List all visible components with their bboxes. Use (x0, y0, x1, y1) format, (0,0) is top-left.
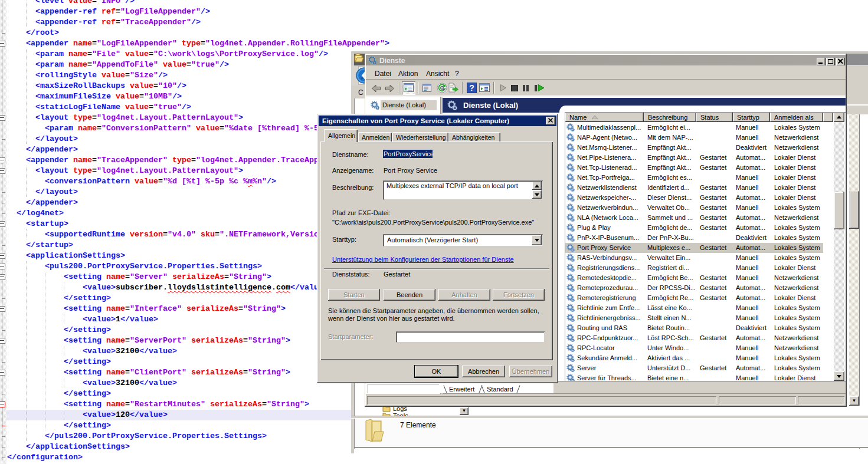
svg-text:?: ? (469, 83, 474, 93)
